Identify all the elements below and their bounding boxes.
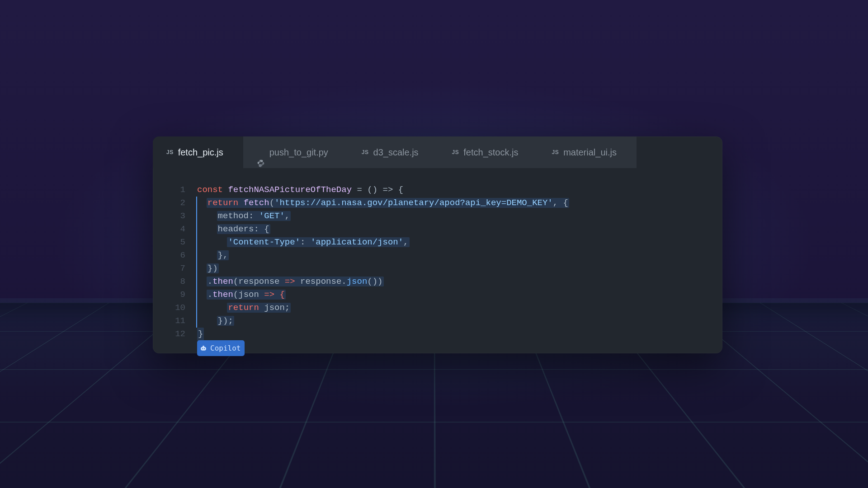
js-icon: JS xyxy=(362,136,369,168)
svg-point-2 xyxy=(204,348,205,349)
tab-label: material_ui.js xyxy=(563,136,617,168)
tab-fetch-stock[interactable]: JS fetch_stock.js xyxy=(439,136,538,168)
line-number: 7 xyxy=(165,262,197,275)
tab-label: fetch_stock.js xyxy=(463,136,518,168)
code-line: 9 .then(json => { xyxy=(165,288,710,301)
line-number: 5 xyxy=(165,236,197,249)
tab-fetch-pic[interactable]: JS fetch_pic.js xyxy=(153,136,243,168)
code-line: 8 .then(response => response.json()) xyxy=(165,275,710,288)
tab-bar: JS fetch_pic.js push_to_git.py JS d3_sca… xyxy=(153,136,722,168)
tab-d3-scale[interactable]: JS d3_scale.js xyxy=(348,136,439,168)
line-number: 4 xyxy=(165,223,197,236)
line-number: 11 xyxy=(165,314,197,328)
code-line: 7 }) xyxy=(165,262,710,275)
code-line: 12 } xyxy=(165,328,710,341)
line-number: 12 xyxy=(165,328,197,341)
code-line: 4 headers: { xyxy=(165,223,710,236)
tab-push-to-git[interactable]: push_to_git.py xyxy=(243,136,348,168)
code-line: 5 'Content-Type': 'application/json', xyxy=(165,236,710,249)
code-line: 10 return json; xyxy=(165,301,710,314)
tab-label: push_to_git.py xyxy=(269,136,328,168)
js-icon: JS xyxy=(166,136,174,168)
line-number: 2 xyxy=(165,197,197,210)
code-area[interactable]: 1 const fetchNASAPictureOfTheDay = () =>… xyxy=(153,168,722,353)
tab-label: fetch_pic.js xyxy=(178,136,223,168)
code-line: 11 }); xyxy=(165,314,710,328)
copilot-chip-label: Copilot xyxy=(210,342,241,355)
code-line: 3 method: 'GET', xyxy=(165,210,710,223)
js-icon: JS xyxy=(452,136,459,168)
copilot-suggestion-chip[interactable]: Copilot xyxy=(197,340,245,356)
tab-material-ui[interactable]: JS material_ui.js xyxy=(538,136,637,168)
line-number: 1 xyxy=(165,183,197,197)
line-number: 10 xyxy=(165,301,197,314)
copilot-icon xyxy=(200,345,207,352)
code-line: 2 return fetch('https://api.nasa.gov/pla… xyxy=(165,197,710,210)
line-number: 8 xyxy=(165,275,197,288)
line-number: 9 xyxy=(165,288,197,301)
code-line: 6 }, xyxy=(165,249,710,262)
svg-rect-3 xyxy=(203,346,204,347)
js-icon: JS xyxy=(552,136,559,168)
editor-window: JS fetch_pic.js push_to_git.py JS d3_sca… xyxy=(153,136,722,353)
svg-point-1 xyxy=(202,348,203,349)
line-number: 6 xyxy=(165,249,197,262)
python-icon xyxy=(257,148,265,156)
line-number: 3 xyxy=(165,210,197,223)
code-line: 1 const fetchNASAPictureOfTheDay = () =>… xyxy=(165,183,710,197)
svg-rect-0 xyxy=(201,347,206,350)
tab-label: d3_scale.js xyxy=(373,136,419,168)
